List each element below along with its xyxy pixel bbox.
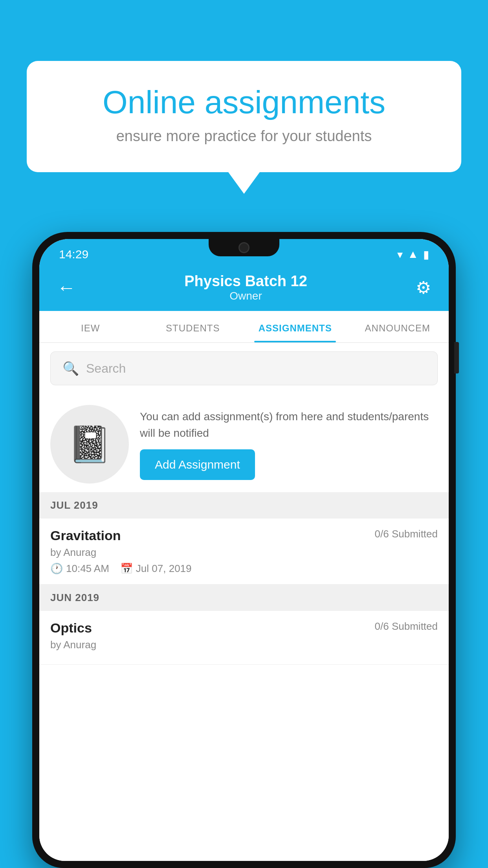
assignment-submitted: 0/6 Submitted	[375, 528, 438, 540]
assignment-name: Gravitation	[50, 528, 121, 543]
status-icons: ▾ ▲ ▮	[397, 248, 429, 261]
calendar-icon: 📅	[120, 563, 133, 575]
assignment-top-row-optics: Optics 0/6 Submitted	[50, 620, 438, 636]
speech-bubble-subtitle: ensure more practice for your students	[58, 128, 430, 145]
promo-description: You can add assignment(s) from here and …	[140, 408, 438, 441]
tab-announcements[interactable]: ANNOUNCEM	[347, 311, 449, 342]
speech-bubble-container: Online assignments ensure more practice …	[27, 61, 461, 194]
assignment-date: 📅 Jul 07, 2019	[120, 563, 192, 575]
content-area: 🔍 Search 📓 You can add assignment(s) fro…	[39, 343, 449, 861]
assignment-item-gravitation[interactable]: Gravitation 0/6 Submitted by Anurag 🕐 10…	[39, 519, 449, 585]
assignment-author: by Anurag	[50, 546, 438, 559]
back-button[interactable]: ←	[57, 277, 76, 298]
assignment-submitted-optics: 0/6 Submitted	[375, 620, 438, 633]
assignment-time: 🕐 10:45 AM	[50, 563, 109, 575]
power-button	[454, 342, 459, 373]
notebook-icon: 📓	[68, 424, 112, 465]
assignment-author-optics: by Anurag	[50, 639, 438, 651]
speech-bubble: Online assignments ensure more practice …	[27, 61, 461, 172]
wifi-icon: ▾	[397, 248, 403, 261]
tab-assignments[interactable]: ASSIGNMENTS	[244, 311, 347, 342]
header-title-container: Physics Batch 12 Owner	[76, 273, 416, 302]
front-camera	[238, 242, 250, 253]
battery-icon: ▮	[423, 248, 429, 261]
assignment-item-optics[interactable]: Optics 0/6 Submitted by Anurag	[39, 611, 449, 665]
app-header: ← Physics Batch 12 Owner ⚙	[39, 266, 449, 311]
status-time: 14:29	[59, 248, 88, 261]
tab-students[interactable]: STUDENTS	[142, 311, 244, 342]
assignment-top-row: Gravitation 0/6 Submitted	[50, 528, 438, 543]
signal-icon: ▲	[407, 248, 418, 261]
settings-icon[interactable]: ⚙	[416, 278, 431, 298]
batch-title: Physics Batch 12	[76, 273, 416, 290]
clock-icon: 🕐	[50, 563, 63, 575]
promo-text-area: You can add assignment(s) from here and …	[140, 408, 438, 480]
assignment-meta: 🕐 10:45 AM 📅 Jul 07, 2019	[50, 563, 438, 575]
tab-iew[interactable]: IEW	[39, 311, 142, 342]
search-input[interactable]: Search	[86, 361, 126, 376]
promo-icon-circle: 📓	[50, 405, 129, 484]
search-icon: 🔍	[62, 360, 79, 376]
section-header-jul: JUL 2019	[39, 492, 449, 519]
speech-bubble-title: Online assignments	[58, 85, 430, 120]
phone-notch	[209, 239, 279, 256]
speech-bubble-arrow	[228, 172, 260, 194]
add-assignment-button[interactable]: Add Assignment	[140, 449, 255, 480]
tabs-bar: IEW STUDENTS ASSIGNMENTS ANNOUNCEM	[39, 311, 449, 343]
search-bar[interactable]: 🔍 Search	[50, 351, 438, 385]
search-container: 🔍 Search	[39, 343, 449, 394]
section-header-jun: JUN 2019	[39, 585, 449, 611]
phone-frame: 14:29 ▾ ▲ ▮ ← Physics Batch 12 Owner ⚙ I…	[32, 232, 456, 868]
promo-section: 📓 You can add assignment(s) from here an…	[39, 394, 449, 492]
batch-subtitle: Owner	[76, 290, 416, 302]
phone-screen: 14:29 ▾ ▲ ▮ ← Physics Batch 12 Owner ⚙ I…	[39, 239, 449, 861]
assignment-name-optics: Optics	[50, 620, 92, 636]
